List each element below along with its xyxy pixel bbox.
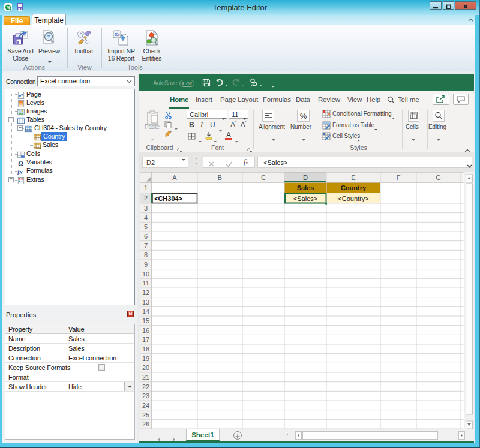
svg-text:B: B [218, 174, 222, 181]
svg-text:D: D [303, 174, 308, 181]
svg-text:1: 1 [144, 184, 148, 191]
svg-text:12: 12 [142, 289, 149, 296]
svg-text:16: 16 [142, 327, 149, 334]
svg-text:8: 8 [144, 251, 148, 258]
svg-text:<Sales>: <Sales> [293, 195, 317, 202]
svg-text:7: 7 [144, 242, 148, 249]
svg-text:19: 19 [142, 355, 149, 362]
svg-text:5: 5 [144, 223, 148, 230]
svg-text:v: v [118, 32, 120, 37]
svg-text:14: 14 [142, 308, 149, 315]
svg-text:6: 6 [144, 233, 148, 240]
svg-text:E: E [351, 174, 355, 181]
svg-text:21: 21 [142, 374, 149, 381]
svg-text:26: 26 [142, 420, 149, 428]
svg-text:11: 11 [142, 279, 149, 287]
svg-text:Country: Country [341, 184, 367, 191]
svg-text:2: 2 [144, 194, 148, 202]
svg-text:<CH304>: <CH304> [154, 195, 182, 202]
svg-text:20: 20 [142, 364, 149, 371]
svg-text:G: G [436, 174, 441, 181]
svg-text:17: 17 [142, 336, 149, 343]
svg-text:13: 13 [142, 299, 149, 306]
svg-text:A: A [172, 174, 177, 181]
svg-text:9: 9 [144, 261, 148, 268]
svg-text:F: F [397, 174, 401, 181]
svg-text:10: 10 [142, 270, 149, 278]
svg-text:24: 24 [142, 402, 149, 409]
svg-text:Sales: Sales [297, 184, 314, 191]
svg-text:C: C [261, 174, 266, 181]
svg-text:15: 15 [142, 317, 149, 324]
svg-text:<Country>: <Country> [338, 195, 368, 202]
svg-text:25: 25 [142, 411, 149, 419]
svg-text:23: 23 [142, 392, 149, 399]
svg-text:3: 3 [144, 205, 148, 212]
svg-text:22: 22 [142, 383, 149, 390]
svg-text:fx: fx [17, 169, 23, 175]
svg-text:18: 18 [142, 345, 149, 353]
svg-text:4: 4 [144, 214, 148, 221]
